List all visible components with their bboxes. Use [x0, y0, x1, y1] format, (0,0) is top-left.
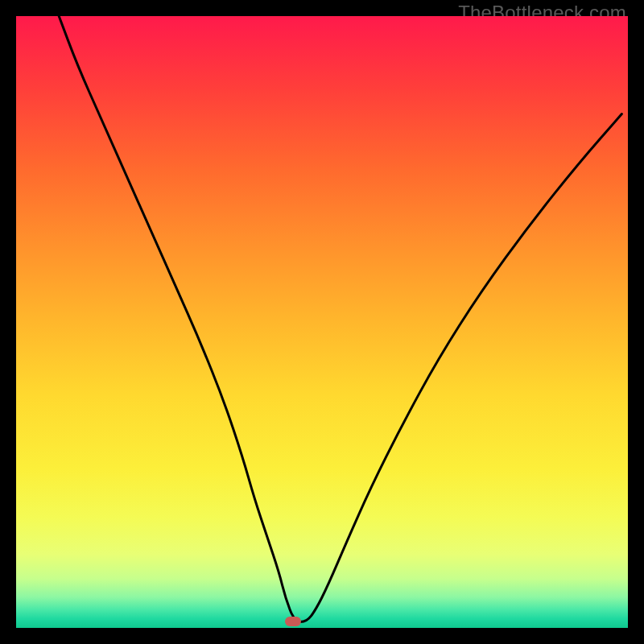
bottleneck-curve — [16, 16, 628, 628]
chart-frame: TheBottleneck.com — [0, 0, 644, 644]
curve-path — [59, 16, 621, 621]
plot-area — [16, 16, 628, 628]
optimum-marker — [285, 617, 301, 626]
